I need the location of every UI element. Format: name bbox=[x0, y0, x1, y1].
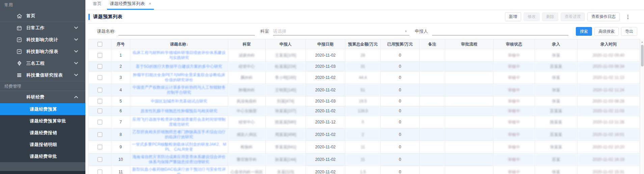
cell-budget: 28 bbox=[345, 49, 381, 62]
search-button[interactable]: 搜索 bbox=[576, 27, 592, 36]
scroll-up-icon[interactable]: ▲ bbox=[640, 39, 644, 44]
cell-budget: 11 bbox=[345, 141, 381, 153]
row-checkbox[interactable] bbox=[98, 64, 102, 69]
add-button[interactable]: 新增 bbox=[505, 12, 521, 21]
cell-status: 审核中 bbox=[493, 49, 535, 62]
more-options-icon[interactable]: ⋮ bbox=[622, 14, 634, 20]
view-log-button[interactable]: 查看操作日志 bbox=[587, 12, 620, 21]
project-name-link[interactable]: 原发性乳腺干细胞恶性肿瘤预后与相关研究 bbox=[141, 109, 218, 113]
cell-seq: 2 bbox=[111, 62, 130, 71]
cell-flow bbox=[445, 96, 493, 106]
cell-applicant: 周某某[456] bbox=[266, 128, 306, 141]
cell-seq: 9 bbox=[111, 141, 130, 153]
cell-entry-time: 2020-11-03 08:28 bbox=[578, 96, 640, 106]
edit-button[interactable]: 修改 bbox=[524, 12, 540, 21]
tab-home[interactable]: 首页 bbox=[89, 1, 106, 10]
col-name[interactable]: 课题名称↓ bbox=[130, 39, 228, 49]
cell-date: 2020-11-03 bbox=[306, 62, 345, 71]
filter-buttons: 搜索 高级搜索 导出 bbox=[576, 27, 637, 36]
home-icon bbox=[16, 13, 22, 19]
close-icon[interactable]: × bbox=[149, 1, 152, 6]
advanced-search-button[interactable]: 高级搜索 bbox=[594, 27, 619, 36]
cell-remark bbox=[420, 62, 445, 71]
cell-dept: 心血管内科一病区 bbox=[228, 166, 266, 174]
sidebar-subitem-4[interactable]: 课题经费审批 bbox=[0, 150, 85, 162]
cell-seq: 3 bbox=[111, 71, 130, 84]
tab-current[interactable]: 课题经费预算列表 × bbox=[106, 1, 155, 10]
row-checkbox[interactable] bbox=[98, 53, 102, 58]
dept-select[interactable]: 请选择 ▼ bbox=[273, 27, 409, 35]
delete-button[interactable]: 删除 bbox=[542, 12, 558, 21]
sort-desc-icon[interactable]: ↓ bbox=[186, 42, 188, 47]
cell-checkbox bbox=[89, 116, 111, 128]
sidebar-group-research-funds[interactable]: 科研经费 bbox=[0, 91, 85, 103]
sidebar-subitem-0[interactable]: 课题经费预算 bbox=[0, 103, 85, 115]
sidebar-item-label: 日常工作 bbox=[26, 25, 45, 31]
tab-bar: 首页 课题经费预算列表 × bbox=[85, 0, 644, 10]
project-name-link[interactable]: 海南省自然灾害防治成果应用普查体系建设综合评价体系与保障严重隐患排查治理研究 bbox=[133, 154, 226, 164]
cell-date: 2020-11-02 bbox=[306, 166, 345, 174]
cell-checkbox bbox=[89, 106, 111, 116]
row-checkbox[interactable] bbox=[98, 109, 102, 113]
view-progress-button[interactable]: 查看进度 bbox=[561, 12, 585, 21]
row-checkbox[interactable] bbox=[98, 145, 102, 149]
sidebar-subitem-2[interactable]: 课题经费报销 bbox=[0, 127, 85, 139]
cell-name: 海南省自然灾害防治成果应用普查体系建设综合评价体系与保障严重隐患排查治理研究 bbox=[130, 153, 228, 166]
project-name-link[interactable]: 基于5G的医疗大数据平台建设方案的多中心研究 bbox=[136, 64, 222, 69]
sidebar: 常用 首页日常工作科技影响力统计科技影响力报表三名工程科技量值研究报表 经费管理… bbox=[0, 0, 85, 174]
cell-checkbox bbox=[89, 141, 111, 153]
project-name-link[interactable]: 临床工程与材料科学领域科研项目绩效评价体系建设与实践研究 bbox=[133, 50, 226, 60]
table-row: 9一管式多重PCR核酸检测载体试剂盒的研发JAK2、MPL、CALR突变检验科李… bbox=[89, 141, 640, 153]
page-title: 课题预算列表 bbox=[93, 14, 123, 20]
project-name-link[interactable]: 一管式多重PCR核酸检测载体试剂盒的研发JAK2、MPL、CALR突变 bbox=[132, 142, 226, 152]
cell-operator: 苏某 bbox=[535, 153, 578, 166]
row-checkbox[interactable] bbox=[98, 88, 102, 92]
col-flow: 审批流程 bbox=[445, 39, 493, 49]
project-name-link[interactable]: 乙型肝炎相关肝细胞癌患者门静脉高压手术综合治疗的临床疗效研究 bbox=[133, 129, 226, 139]
project-name-input[interactable] bbox=[118, 27, 255, 35]
cell-budget: 2 bbox=[345, 128, 381, 141]
cell-checkbox bbox=[89, 62, 111, 71]
project-name-link[interactable]: 应用飞行器医学检查评估数据质量符合及时间管理制度规范研究 bbox=[133, 117, 226, 127]
cell-used: 0 bbox=[381, 166, 420, 174]
scrollbar-thumb[interactable] bbox=[641, 45, 644, 66]
table-body: 1临床工程与材料科学领域科研项目绩效评价体系建设与实践研究泌尿外科王某某[105… bbox=[89, 49, 640, 174]
cell-dept: 感染八病区 bbox=[228, 128, 266, 141]
list-icon bbox=[16, 72, 22, 78]
sidebar-subitem-1[interactable]: 课题经费预算审批 bbox=[0, 115, 85, 127]
row-checkbox[interactable] bbox=[98, 132, 102, 137]
gem-icon bbox=[16, 60, 22, 66]
cell-status: 审核中 bbox=[493, 96, 535, 106]
sidebar-item-2[interactable]: 科技影响力统计 bbox=[0, 34, 85, 46]
cell-operator: 苏某某 bbox=[535, 62, 578, 71]
vertical-scrollbar[interactable]: ▲ bbox=[640, 39, 644, 174]
cell-flow bbox=[445, 166, 493, 174]
sidebar-item-1[interactable]: 日常工作 bbox=[0, 22, 85, 34]
cell-used: 0 bbox=[381, 116, 420, 128]
sidebar-subitem-3[interactable]: 课题报销明细 bbox=[0, 139, 85, 150]
cell-remark bbox=[420, 96, 445, 106]
project-name-link[interactable]: 肿瘤平扫期次全身PET与MRI全景采集联合诊断临床价值的研究评价 bbox=[133, 72, 225, 82]
sidebar-item-5[interactable]: 科技量值研究报表 bbox=[0, 69, 85, 81]
cell-operator: 苏某某 bbox=[535, 128, 578, 141]
project-name-link[interactable]: 中国区划城市补充基础试点研究 bbox=[151, 99, 208, 104]
sidebar-section-funding: 经费管理 bbox=[0, 81, 85, 91]
row-checkbox[interactable] bbox=[98, 170, 102, 174]
row-checkbox[interactable] bbox=[98, 75, 102, 80]
row-checkbox[interactable] bbox=[98, 120, 102, 124]
table-row: 10海南省自然灾害防治成果应用普查体系建设综合评价体系与保障严重隐患排查治理研究… bbox=[89, 153, 640, 166]
cell-budget: 11 bbox=[345, 153, 381, 166]
project-name-link[interactable]: 中国资产产权数据云计算多学科协同与人工智能财务控制平台研究 bbox=[133, 85, 226, 95]
row-checkbox[interactable] bbox=[98, 99, 102, 104]
sidebar-item-0[interactable]: 首页 bbox=[0, 10, 85, 22]
cell-budget: 19.5 bbox=[345, 96, 381, 106]
row-checkbox[interactable] bbox=[98, 157, 102, 162]
sidebar-item-4[interactable]: 三名工程 bbox=[0, 57, 85, 69]
export-button[interactable]: 导出 bbox=[621, 27, 637, 36]
select-all-checkbox[interactable] bbox=[98, 42, 102, 47]
applicant-input[interactable] bbox=[432, 27, 568, 35]
card-header: 课题预算列表 新增 修改 删除 查看进度 查看操作日志 ⋮ bbox=[88, 10, 644, 24]
sidebar-item-3[interactable]: 科技影响力报表 bbox=[0, 46, 85, 57]
cell-remark bbox=[420, 141, 445, 153]
project-name-link[interactable]: 新型抗血小板药物DAC临床疗效干预治疗与安全性评价 bbox=[132, 167, 226, 174]
